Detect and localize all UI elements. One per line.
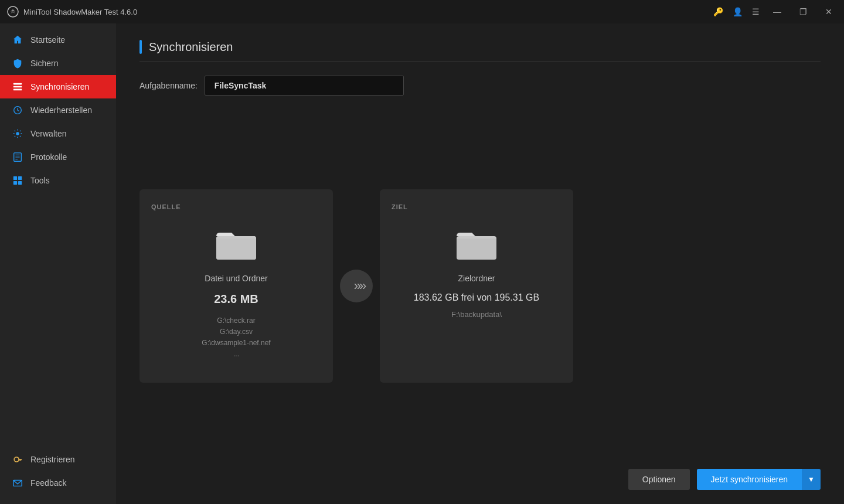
sidebar-label-synchronisieren: Synchronisieren	[30, 82, 89, 91]
key-icon	[12, 454, 23, 465]
key-icon[interactable]: 🔑	[713, 7, 723, 16]
sidebar-item-registrieren[interactable]: Registrieren	[0, 448, 116, 471]
sidebar-item-startseite[interactable]: Startseite	[0, 28, 116, 52]
minimize-button[interactable]: —	[769, 4, 785, 20]
content-area: Synchronisieren Aufgabenname: QUELLE	[116, 23, 844, 504]
app-logo	[7, 6, 19, 18]
sync-cards-row: QUELLE Datei und Ordner 23.6 MB G:\check…	[139, 112, 821, 459]
sync-button-group: Jetzt synchronisieren ▼	[697, 469, 821, 490]
source-files: G:\check.rarG:\day.csvG:\dwsample1-nef.n…	[202, 315, 270, 360]
svg-rect-11	[18, 176, 22, 180]
sidebar-label-wiederherstellen: Wiederherstellen	[30, 105, 92, 115]
sidebar-item-wiederherstellen[interactable]: Wiederherstellen	[0, 98, 116, 122]
svg-point-5	[16, 132, 19, 135]
sidebar-bottom: Registrieren Feedback	[0, 448, 116, 504]
svg-rect-2	[13, 86, 22, 88]
page-title: Synchronisieren	[149, 40, 233, 54]
svg-rect-12	[13, 181, 17, 185]
sidebar-label-feedback: Feedback	[30, 478, 66, 488]
user-icon[interactable]: 👤	[733, 7, 743, 16]
svg-rect-1	[13, 83, 22, 85]
sync-dropdown-button[interactable]: ▼	[802, 469, 821, 490]
source-type: Datei und Ordner	[205, 274, 267, 283]
log-icon	[12, 151, 23, 163]
source-label: QUELLE	[151, 203, 181, 210]
main-layout: Startseite Sichern Synchronisieren	[0, 23, 844, 504]
svg-point-14	[14, 457, 19, 462]
target-folder-icon	[455, 227, 498, 264]
tools-icon	[12, 175, 23, 186]
sidebar-label-registrieren: Registrieren	[30, 455, 74, 464]
sidebar-item-feedback[interactable]: Feedback	[0, 471, 116, 495]
app-title: MiniTool ShadowMaker Test 4.6.0	[23, 8, 713, 16]
action-bar: Optionen Jetzt synchronisieren ▼	[139, 459, 821, 490]
target-space: 183.62 GB frei von 195.31 GB	[414, 292, 539, 303]
sidebar-nav: Startseite Sichern Synchronisieren	[0, 23, 116, 448]
target-path: F:\backupdata\	[451, 310, 502, 319]
close-button[interactable]: ✕	[821, 4, 837, 20]
sidebar-item-synchronisieren[interactable]: Synchronisieren	[0, 75, 116, 98]
home-icon	[12, 34, 23, 46]
sidebar-item-sichern[interactable]: Sichern	[0, 52, 116, 75]
header-accent-bar	[139, 40, 142, 54]
target-label: ZIEL	[392, 203, 408, 210]
title-bar: MiniTool ShadowMaker Test 4.6.0 🔑 👤 ☰ — …	[0, 0, 844, 23]
manage-icon	[12, 128, 23, 139]
target-card[interactable]: ZIEL Zielordner 183.62 GB frei von 195.3…	[380, 189, 573, 383]
source-card[interactable]: QUELLE Datei und Ordner 23.6 MB G:\check…	[139, 189, 333, 383]
sidebar-item-protokolle[interactable]: Protokolle	[0, 145, 116, 169]
options-button[interactable]: Optionen	[628, 469, 690, 490]
sidebar-label-startseite: Startseite	[30, 35, 65, 45]
arrow-symbol: »»	[350, 278, 365, 294]
sidebar-label-verwalten: Verwalten	[30, 129, 66, 138]
task-name-input[interactable]	[205, 76, 404, 96]
svg-rect-3	[13, 89, 22, 91]
svg-rect-21	[216, 239, 256, 260]
sidebar-label-sichern: Sichern	[30, 59, 58, 68]
svg-rect-10	[13, 176, 17, 180]
sidebar-item-verwalten[interactable]: Verwalten	[0, 122, 116, 145]
sidebar-label-protokolle: Protokolle	[30, 152, 67, 162]
task-name-row: Aufgabenname:	[139, 76, 821, 96]
sidebar: Startseite Sichern Synchronisieren	[0, 23, 116, 504]
window-controls: 🔑 👤 ☰ — ❐ ✕	[713, 4, 837, 20]
sync-icon	[12, 81, 23, 93]
source-folder-icon	[215, 227, 257, 264]
restore-icon	[12, 104, 23, 116]
svg-rect-13	[18, 181, 22, 185]
arrow-circle: »»	[340, 270, 373, 302]
sync-arrow: »»	[333, 270, 380, 302]
menu-icon[interactable]: ☰	[752, 7, 760, 16]
task-name-label: Aufgabenname:	[139, 81, 198, 90]
target-type: Zielordner	[458, 274, 495, 283]
svg-rect-23	[457, 239, 496, 260]
mail-icon	[12, 477, 23, 489]
sidebar-item-tools[interactable]: Tools	[0, 169, 116, 192]
dropdown-arrow-icon: ▼	[808, 475, 815, 483]
source-size: 23.6 MB	[214, 292, 258, 306]
page-header: Synchronisieren	[139, 40, 821, 62]
shield-icon	[12, 57, 23, 69]
sync-now-button[interactable]: Jetzt synchronisieren	[697, 469, 802, 490]
maximize-button[interactable]: ❐	[795, 4, 811, 20]
sidebar-label-tools: Tools	[30, 176, 50, 185]
